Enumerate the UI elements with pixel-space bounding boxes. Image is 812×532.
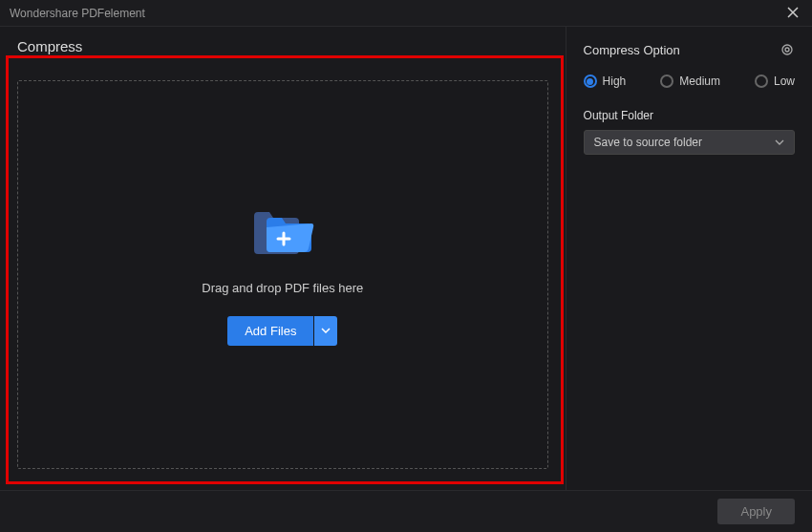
add-files-dropdown-button[interactable] [314,316,337,346]
app-title: Wondershare PDFelement [10,7,145,20]
chevron-down-icon [321,328,331,333]
radio-label-high: High [603,74,627,88]
footer: Apply [0,490,812,532]
titlebar: Wondershare PDFelement [0,0,812,27]
radio-low[interactable]: Low [755,74,795,88]
apply-button[interactable]: Apply [717,499,795,524]
radio-medium[interactable]: Medium [660,74,720,88]
options-panel: Compress Option High Medium Low Output F… [566,27,812,490]
radio-icon [660,74,673,88]
radio-label-low: Low [774,74,795,88]
add-files-group: Add Files [227,316,337,346]
add-files-button[interactable]: Add Files [227,316,313,346]
chevron-down-icon [775,139,784,145]
output-folder-select[interactable]: Save to source folder [584,130,795,155]
file-dropzone[interactable]: Drag and drop PDF files here Add Files [17,80,548,469]
options-title: Compress Option [584,43,680,57]
dropzone-hint: Drag and drop PDF files here [202,281,363,295]
main-area: Compress Drag and drop PDF files here Ad… [0,27,812,490]
output-folder-label: Output Folder [584,109,795,122]
options-header: Compress Option [584,42,795,57]
close-icon[interactable] [783,5,802,22]
left-panel: Compress Drag and drop PDF files here Ad… [0,27,566,490]
output-folder-value: Save to source folder [594,136,702,149]
add-folder-icon [249,204,316,258]
settings-icon[interactable] [780,42,795,57]
compress-level-group: High Medium Low [584,74,795,88]
radio-high[interactable]: High [584,74,627,88]
svg-point-1 [785,48,789,52]
svg-point-0 [782,45,792,54]
radio-icon [755,74,768,88]
section-heading: Compress [17,38,556,54]
radio-icon-checked [584,74,597,88]
radio-label-medium: Medium [679,74,720,88]
